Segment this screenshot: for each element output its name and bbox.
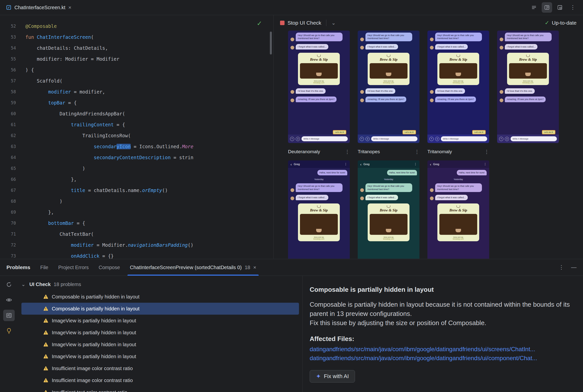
problem-item[interactable]: ImageView is partially hidden in layout	[22, 326, 299, 338]
problem-item[interactable]: Insufficient image color contrast ratio	[22, 374, 299, 386]
tab-project-errors[interactable]: Project Errors	[58, 259, 89, 276]
tab-compose[interactable]: Compose	[99, 259, 120, 276]
card-link[interactable]: brew&sip.com	[439, 238, 477, 240]
problems-list[interactable]: ⌄ UI Check 18 problems Composable is par…	[18, 276, 303, 392]
phone-preview[interactable]: Hey! Should we go to that cafe you menti…	[358, 30, 419, 143]
phone-preview[interactable]: Hey! Should we go to that cafe you menti…	[288, 30, 350, 143]
editor-tab[interactable]: ChatInterfaceScreen.kt ×	[0, 0, 77, 15]
avatar	[430, 90, 434, 94]
kebab-icon[interactable]: ⋮	[344, 162, 347, 166]
phone-preview[interactable]: Hey! Should we go to that cafe you menti…	[427, 30, 489, 143]
lightbulb-icon[interactable]	[3, 325, 15, 336]
close-tab-icon[interactable]: ×	[253, 264, 256, 270]
code-line[interactable]: 55 modifier: Modifier = Modifier	[0, 54, 273, 64]
device-frame-icon[interactable]	[555, 2, 565, 13]
more-kebab-icon[interactable]: ⋮	[567, 2, 578, 13]
code-line[interactable]: 54 chatDetails: ChatDetails,	[0, 42, 273, 54]
avatar	[290, 188, 294, 192]
code-line[interactable]: 59 topBar = {	[0, 97, 273, 108]
kebab-icon[interactable]: ⋮	[484, 162, 487, 166]
chevron-down-icon[interactable]: ⌄	[21, 281, 26, 287]
message-input[interactable]: Write A Message	[371, 136, 417, 141]
affected-file-link[interactable]: datingandfriends/src/main/java/com/ibm/g…	[310, 346, 573, 353]
inspection-ok-icon[interactable]: ✓	[257, 20, 262, 27]
code-line[interactable]: 73 onAddClick = {}	[0, 250, 273, 259]
code-line[interactable]: 67 title = chatDetails.name.orEmpty()	[0, 185, 273, 196]
code-line[interactable]: 63 secondaryIcon = Icons.Outlined.More	[0, 141, 273, 152]
code-line[interactable]: 60 DatingAndFriendsAppBar(	[0, 108, 273, 119]
kebab-icon[interactable]: ⋮	[345, 149, 350, 155]
split-preview-icon[interactable]	[542, 2, 552, 13]
eye-icon[interactable]	[3, 294, 15, 306]
code-line[interactable]: 58 modifier = modifier,	[0, 86, 273, 97]
add-icon[interactable]: +	[429, 137, 434, 141]
card-link[interactable]: brew&sip.com	[370, 238, 408, 240]
chevron-down-icon[interactable]: ⌄	[331, 20, 336, 25]
message-input[interactable]: Write A Message	[510, 136, 557, 141]
editor-scrollbar[interactable]	[270, 32, 272, 54]
code-editor[interactable]: 52@Composable53fun ChatInterfaceScreen(5…	[0, 15, 273, 259]
card-link[interactable]: brew&sip.com	[300, 238, 338, 240]
back-icon[interactable]: ‹	[290, 162, 292, 166]
code-line[interactable]: 72 modifier = Modifier.navigationBarsPad…	[0, 240, 273, 250]
code-line[interactable]: 69 },	[0, 207, 273, 218]
code-line[interactable]: 57 Scaffold(	[0, 75, 273, 86]
kebab-icon[interactable]: ⋮	[414, 149, 419, 155]
problem-item[interactable]: Insufficient text color contrast ratio	[22, 386, 299, 392]
close-tab-icon[interactable]: ×	[69, 4, 72, 10]
problem-item[interactable]: Insufficient image color contrast ratio	[22, 362, 299, 374]
card-link[interactable]: brew&sip.com	[370, 82, 408, 84]
code-line[interactable]: 61 trailingContent = {	[0, 119, 273, 130]
problem-item[interactable]: ImageView is partially hidden in layout	[22, 315, 299, 326]
stop-ui-check-button[interactable]: Stop UI Check	[287, 20, 321, 26]
detail-view-icon[interactable]	[3, 310, 15, 321]
code-line[interactable]: 70 bottomBar = {	[0, 218, 273, 228]
card-link[interactable]: brew&sip.com	[300, 82, 338, 84]
problem-item[interactable]: ImageView is partially hidden in layout	[22, 338, 299, 350]
minimize-icon[interactable]: —	[571, 264, 576, 270]
phone-preview[interactable]: ‹Greg⋮Haha, next time for sure!Yesterday…	[288, 160, 350, 259]
preview-canvas[interactable]: Hey! Should we go to that cafe you menti…	[273, 30, 583, 259]
toolbar-separator	[326, 20, 326, 26]
emoji-icon[interactable]: ☺	[365, 137, 370, 141]
card-link[interactable]: brew&sip.com	[509, 82, 547, 84]
code-line[interactable]: 56) {	[0, 64, 273, 75]
code-line[interactable]: 68 )	[0, 196, 273, 207]
fix-with-ai-button[interactable]: ✦ Fix with AI	[310, 370, 355, 382]
affected-file-link[interactable]: datingandfriends/src/main/java/com/ibm/g…	[310, 355, 573, 362]
card-title: Brew & Sip	[300, 58, 338, 62]
code-line[interactable]: 65 )	[0, 163, 273, 174]
problem-item[interactable]: Composable is partially hidden in layout	[22, 303, 299, 315]
add-icon[interactable]: +	[290, 137, 294, 141]
tab-file[interactable]: File	[40, 259, 48, 276]
tab-ui-check-preview[interactable]: ChatInterfaceScreenPreview (sortedChatDe…	[130, 259, 256, 276]
message-input[interactable]: Write A Message	[302, 136, 348, 141]
problem-item[interactable]: ImageView is partially hidden in layout	[22, 350, 299, 362]
kebab-icon[interactable]: ⋮	[484, 149, 489, 155]
phone-preview[interactable]: Hey! Should we go to that cafe you menti…	[497, 30, 559, 143]
code-line[interactable]: 64 secondaryContentDescription = strin	[0, 152, 273, 163]
code-line[interactable]: 62 TrailingIconsRow(	[0, 130, 273, 141]
code-line[interactable]: 66 },	[0, 174, 273, 185]
emoji-icon[interactable]: ☺	[296, 137, 300, 141]
more-kebab-icon[interactable]: ⋮	[559, 264, 564, 270]
message-input[interactable]: Write A Message	[441, 136, 487, 141]
add-icon[interactable]: +	[499, 137, 503, 141]
problems-group-row[interactable]: ⌄ UI Check 18 problems	[18, 278, 303, 291]
add-icon[interactable]: +	[360, 137, 364, 141]
refresh-icon[interactable]	[3, 279, 15, 290]
code-line[interactable]: 52@Composable	[0, 21, 273, 32]
problem-item[interactable]: Composable is partially hidden in layout	[22, 291, 299, 303]
card-link[interactable]: brew&sip.com	[439, 82, 477, 84]
structure-lines-icon[interactable]	[529, 2, 539, 13]
code-line[interactable]: 53fun ChatInterfaceScreen(	[0, 32, 273, 42]
emoji-icon[interactable]: ☺	[505, 137, 509, 141]
coffee-cup	[386, 73, 391, 76]
phone-preview[interactable]: ‹Greg⋮Haha, next time for sure!Yesterday…	[358, 160, 419, 259]
kebab-icon[interactable]: ⋮	[414, 162, 417, 166]
back-icon[interactable]: ‹	[360, 162, 362, 166]
code-line[interactable]: 71 ChatTextBar(	[0, 228, 273, 240]
back-icon[interactable]: ‹	[430, 162, 431, 166]
phone-preview[interactable]: ‹Greg⋮Haha, next time for sure!Yesterday…	[427, 160, 489, 259]
emoji-icon[interactable]: ☺	[435, 137, 439, 141]
